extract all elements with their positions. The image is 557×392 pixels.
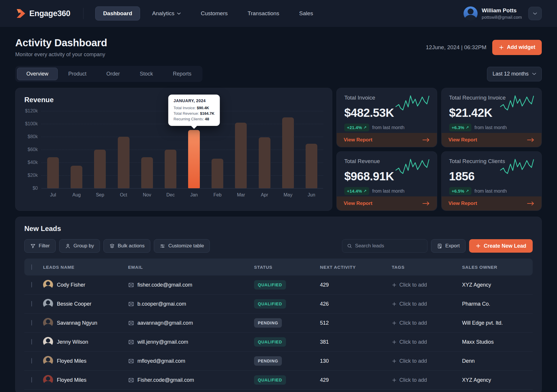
lead-email-cell: b.cooper@gmai.com <box>128 301 254 307</box>
add-tag-button[interactable]: Click to add <box>392 358 462 364</box>
column-header-tags[interactable]: TAGS <box>392 265 462 270</box>
table-row[interactable]: Savannag Ngyun aavannagn@gmail.com PENDI… <box>24 314 533 333</box>
next-activity: 429 <box>320 282 392 288</box>
add-tag-button[interactable]: Click to add <box>392 377 462 383</box>
lead-avatar <box>43 356 53 366</box>
table-row[interactable]: Floyed Miles Fisher.code@gmail.com QUALI… <box>24 371 533 390</box>
add-tag-button[interactable]: Click to add <box>392 339 462 345</box>
add-tag-button[interactable]: Click to add <box>392 282 462 288</box>
table-row[interactable]: Bessie Cooper b.cooper@gmai.com QUALIFIE… <box>24 295 533 314</box>
bar-jan[interactable] <box>188 130 200 188</box>
row-checkbox[interactable] <box>31 301 32 307</box>
bar-mar[interactable] <box>235 123 247 188</box>
bar-jul[interactable] <box>47 157 59 188</box>
user-avatar[interactable] <box>464 6 478 20</box>
add-widget-button[interactable]: Add widget <box>492 40 542 55</box>
nav-item-customers[interactable]: Customers <box>193 6 236 20</box>
row-checkbox[interactable] <box>31 320 32 326</box>
column-header-status[interactable]: STATUS <box>254 265 320 270</box>
view-report-button[interactable]: View Report <box>337 196 437 210</box>
bar-slot <box>135 111 159 188</box>
view-report-label: View Report <box>449 201 477 206</box>
row-checkbox[interactable] <box>31 377 32 383</box>
bar-dec[interactable] <box>165 150 176 188</box>
filter-button[interactable]: Filter <box>24 239 56 253</box>
search-box <box>342 239 427 253</box>
table-row[interactable]: Floyed Miles mfloyed@gmail.com PENDING 1… <box>24 352 533 371</box>
x-tick-label: Sep <box>88 192 112 198</box>
x-tick-label: Jan <box>182 192 206 198</box>
chevron-down-icon <box>177 12 181 15</box>
leads-toolbar: Filter Group by Bulk actions Customize t… <box>24 239 533 253</box>
bar-slot <box>65 111 88 188</box>
tab-order[interactable]: Order <box>97 68 129 80</box>
bar-nov[interactable] <box>141 157 153 188</box>
table-row[interactable]: Cody Fisher fisher.code@gmail.com QUALIF… <box>24 275 533 295</box>
bar-aug[interactable] <box>71 166 82 188</box>
add-tag-button[interactable]: Click to add <box>392 301 462 307</box>
tab-product[interactable]: Product <box>59 68 96 80</box>
row-checkbox[interactable] <box>31 282 32 287</box>
chart-x-axis: JulAugSepOctNovDecJanFebMarAprMayJun <box>41 192 323 198</box>
bar-slot <box>276 111 300 188</box>
x-tick-label: Feb <box>206 192 229 198</box>
x-tick-label: Aug <box>65 192 88 198</box>
revenue-card: Revenue $120k$100k$80k$60k$40k$20k$0 JAN… <box>15 88 332 211</box>
period-select[interactable]: Last 12 months <box>487 67 542 81</box>
tab-reports[interactable]: Reports <box>163 68 201 80</box>
mail-icon <box>128 282 134 288</box>
lead-name: Savannag Ngyun <box>57 320 97 326</box>
export-icon <box>437 243 442 249</box>
bulk-actions-button[interactable]: Bulk actions <box>103 239 151 253</box>
user-menu-button[interactable] <box>528 7 542 20</box>
column-header-email[interactable]: EMAIL <box>128 265 254 270</box>
export-button[interactable]: Export <box>431 239 466 253</box>
add-tag-label: Click to add <box>399 358 427 364</box>
view-report-button[interactable]: View Report <box>442 133 542 147</box>
group-by-button[interactable]: Group by <box>59 239 100 253</box>
table-row[interactable]: Jenny Wilson will.jenny@gmail.com QUALIF… <box>24 333 533 352</box>
change-badge: +6.5% ↗ <box>449 187 472 195</box>
bar-jun[interactable] <box>306 144 317 188</box>
create-new-lead-button[interactable]: Create New Lead <box>469 239 533 253</box>
bar-may[interactable] <box>282 117 294 188</box>
logo[interactable]: Engage360 <box>15 8 70 19</box>
search-input[interactable] <box>355 243 423 249</box>
tooltip-title: JANUARY, 2024 <box>173 98 214 103</box>
y-tick-label: $0 <box>33 186 38 191</box>
tab-overview[interactable]: Overview <box>17 68 58 80</box>
select-all-checkbox[interactable] <box>31 264 32 270</box>
lead-email-cell: aavannagn@gmail.com <box>128 320 254 326</box>
row-checkbox[interactable] <box>31 358 32 364</box>
column-header-next-activity[interactable]: NEXT ACTIVITY <box>320 265 392 270</box>
bar-apr[interactable] <box>259 137 270 188</box>
bar-slot <box>41 111 65 188</box>
divider <box>83 8 84 19</box>
change-badge: +6.3% ↗ <box>449 124 472 131</box>
brand-name: Engage360 <box>29 9 70 18</box>
lead-email: Fisher.code@gmail.com <box>137 377 194 383</box>
view-report-button[interactable]: View Report <box>337 133 437 147</box>
chevron-down-icon <box>532 73 536 75</box>
row-checkbox[interactable] <box>31 339 32 345</box>
table-header: LEADS NAMEEMAILSTATUSNEXT ACTIVITYTAGSSA… <box>24 259 533 275</box>
nav-item-transactions[interactable]: Transactions <box>240 6 287 20</box>
customize-table-button[interactable]: Customize table <box>154 239 210 253</box>
bar-feb[interactable] <box>212 159 223 188</box>
column-header-leads-name[interactable]: LEADS NAME <box>43 265 128 270</box>
add-tag-button[interactable]: Click to add <box>392 320 462 326</box>
tab-stock[interactable]: Stock <box>130 68 162 80</box>
view-report-label: View Report <box>449 137 477 143</box>
user-email: pottswill@gmail.com <box>482 15 522 20</box>
mail-icon <box>128 320 134 326</box>
column-header-sales-owner[interactable]: SALES OWNER <box>462 265 533 270</box>
bar-sep[interactable] <box>94 150 106 188</box>
arrow-right-icon <box>422 201 430 206</box>
bar-oct[interactable] <box>118 137 130 188</box>
nav-item-analytics[interactable]: Analytics <box>144 6 189 20</box>
nav-item-sales[interactable]: Sales <box>291 6 321 20</box>
lead-email-cell: Fisher.code@gmail.com <box>128 377 254 383</box>
nav-item-dashboard[interactable]: Dashboard <box>95 6 140 20</box>
bar-slot <box>300 111 323 188</box>
view-report-button[interactable]: View Report <box>442 196 542 210</box>
